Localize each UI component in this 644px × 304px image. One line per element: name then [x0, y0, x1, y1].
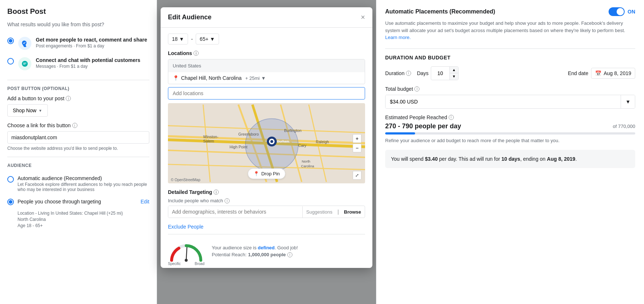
link-helper: Choose the website address you'd like to…: [7, 146, 149, 151]
days-stepper: ▲ ▼: [449, 67, 458, 80]
toggle-switch[interactable]: ON: [609, 7, 635, 16]
location-country: United States: [168, 59, 365, 72]
modal-body: 18 ▼ - 65+ ▼ Locations i United States 📍…: [161, 28, 372, 268]
meter-text: Your audience size is defined. Good job!…: [212, 245, 365, 257]
messages-text: Connect and chat with potential customer…: [36, 57, 140, 69]
duration-label: Duration i: [385, 70, 411, 76]
add-button-info-icon[interactable]: i: [66, 96, 71, 101]
svg-text:Burlington: Burlington: [284, 128, 302, 133]
progress-fill: [385, 132, 415, 135]
shop-now-button[interactable]: Shop Now ▼: [7, 104, 48, 117]
location-item: 📍 Chapel Hill, North Carolina + 25mi ▼: [168, 72, 365, 84]
svg-point-28: [185, 259, 188, 262]
include-info-icon[interactable]: i: [225, 198, 230, 203]
map-zoom-in-button[interactable]: +: [353, 134, 361, 143]
days-increment-button[interactable]: ▲: [449, 67, 458, 73]
location-radius: + 25mi ▼: [245, 75, 266, 81]
targeting-input-row: Suggestions | Browse: [168, 206, 365, 218]
auto-placements-toggle[interactable]: [609, 7, 625, 16]
drop-pin-button[interactable]: 📍 Drop Pin: [248, 168, 285, 179]
audience-section: AUDIENCE Automatic audience (Recommended…: [7, 163, 149, 231]
budget-info-icon[interactable]: i: [414, 86, 419, 91]
messages-icon: [18, 57, 31, 70]
duration-info-icon[interactable]: i: [406, 71, 411, 76]
people-range: 270 - 790 people per day of 770,000: [385, 122, 635, 130]
duration-budget-title: DURATION AND BUDGET: [385, 48, 635, 61]
targeting-label: Detailed Targeting i: [168, 189, 365, 195]
auto-audience-text: Automatic audience (Recommended) Let Fac…: [18, 175, 149, 192]
browse-button[interactable]: Browse: [340, 206, 365, 218]
audience-auto-option[interactable]: Automatic audience (Recommended) Let Fac…: [7, 172, 149, 195]
targeting-input[interactable]: [168, 206, 302, 218]
radio-messages[interactable]: [7, 58, 14, 65]
link-input[interactable]: [7, 131, 149, 144]
post-button-section-label: POST BUTTON (Optional): [7, 86, 149, 91]
add-locations-input[interactable]: [168, 87, 365, 100]
calendar-icon: 📅: [595, 70, 601, 76]
svg-point-1: [22, 61, 28, 67]
svg-point-16: [271, 140, 273, 143]
svg-text:Durham: Durham: [277, 140, 289, 143]
radio-engage[interactable]: [7, 38, 14, 44]
svg-text:Winston-: Winston-: [203, 135, 218, 139]
learn-more-link[interactable]: Learn more.: [385, 35, 411, 40]
audience-title: AUDIENCE: [7, 163, 149, 168]
end-date-value: 📅 Aug 8, 2019: [591, 68, 635, 79]
chevron-down-icon: ▼: [39, 109, 42, 113]
age-from-select[interactable]: 18 ▼: [168, 34, 188, 44]
days-input-group: ▲ ▼: [431, 66, 459, 80]
placements-header: Automatic Placements (Recommended) ON: [385, 7, 635, 16]
edit-audience-modal: Edit Audience × 18 ▼ - 65+ ▼ Locations i: [161, 7, 372, 268]
targeting-info-icon[interactable]: i: [214, 190, 219, 195]
boost-post-panel: Boost Post What results would you like f…: [0, 0, 157, 304]
estimated-info-icon[interactable]: i: [449, 115, 454, 120]
potential-reach: Potential Reach: 1,000,000 people i: [212, 252, 365, 257]
option-engage[interactable]: Get more people to react, comment and sh…: [7, 33, 149, 54]
days-decrement-button[interactable]: ▼: [449, 73, 458, 80]
audience-targeting-option[interactable]: People you choose through targeting Edit…: [7, 195, 149, 231]
end-date-section: End date 📅 Aug 8, 2019: [568, 68, 635, 79]
svg-text:Raleigh: Raleigh: [316, 140, 329, 144]
age-to-select[interactable]: 65+ ▼: [196, 34, 219, 44]
close-modal-button[interactable]: ×: [361, 13, 365, 22]
engage-text: Get more people to react, comment and sh…: [36, 37, 147, 48]
budget-currency-dropdown[interactable]: ▼: [621, 95, 635, 108]
duration-row: Duration i Days ▲ ▼ End date 📅 Aug 8, 20…: [385, 66, 635, 80]
engage-icon: [18, 37, 31, 50]
audience-detail: Location - Living In United States: Chap…: [18, 210, 123, 229]
panel-subtitle: What results would you like from this po…: [7, 22, 149, 27]
svg-text:North: North: [302, 159, 310, 163]
potential-reach-info-icon[interactable]: i: [287, 252, 292, 257]
svg-text:Cary: Cary: [298, 143, 307, 148]
chevron-down-icon: ▼: [179, 36, 184, 42]
exclude-people-link[interactable]: Exclude People: [168, 224, 203, 230]
map-zoom-out-button[interactable]: −: [353, 144, 361, 152]
svg-text:Greensboro: Greensboro: [238, 132, 259, 136]
chevron-down-icon: ▼: [210, 36, 215, 42]
days-input[interactable]: [431, 68, 449, 78]
svg-text:High Point: High Point: [230, 145, 248, 149]
spend-summary: You will spend $3.40 per day. This ad wi…: [385, 150, 635, 168]
map-expand-button[interactable]: ⤢: [353, 171, 361, 180]
estimated-label: Estimated People Reached i: [385, 114, 635, 120]
radio-targeting[interactable]: [7, 199, 14, 205]
map-container: Winston- Salem Greensboro Burlington Hig…: [168, 103, 365, 183]
radio-auto[interactable]: [7, 176, 14, 183]
pin-icon: 📍: [253, 171, 259, 176]
modal-overlay[interactable]: Edit Audience × 18 ▼ - 65+ ▼ Locations i: [157, 0, 376, 304]
toggle-knob: [617, 8, 624, 15]
choose-link-label: Choose a link for this button i: [7, 122, 149, 128]
budget-input[interactable]: [386, 95, 621, 108]
detailed-targeting-section: Detailed Targeting i Include people who …: [168, 189, 365, 218]
option-messages[interactable]: Connect and chat with potential customer…: [7, 54, 149, 74]
age-row: 18 ▼ - 65+ ▼: [168, 34, 365, 44]
edit-audience-link[interactable]: Edit: [141, 199, 149, 204]
locations-info-icon[interactable]: i: [193, 51, 199, 56]
suggestions-button[interactable]: Suggestions: [302, 206, 336, 218]
budget-input-row: ▼: [385, 95, 635, 109]
progress-bar: [385, 132, 635, 135]
svg-text:Salem: Salem: [203, 139, 214, 143]
total-budget-label: Total budget i: [385, 86, 635, 92]
link-info-icon[interactable]: i: [72, 123, 77, 128]
map-copyright: © OpenStreetMap: [171, 178, 200, 182]
